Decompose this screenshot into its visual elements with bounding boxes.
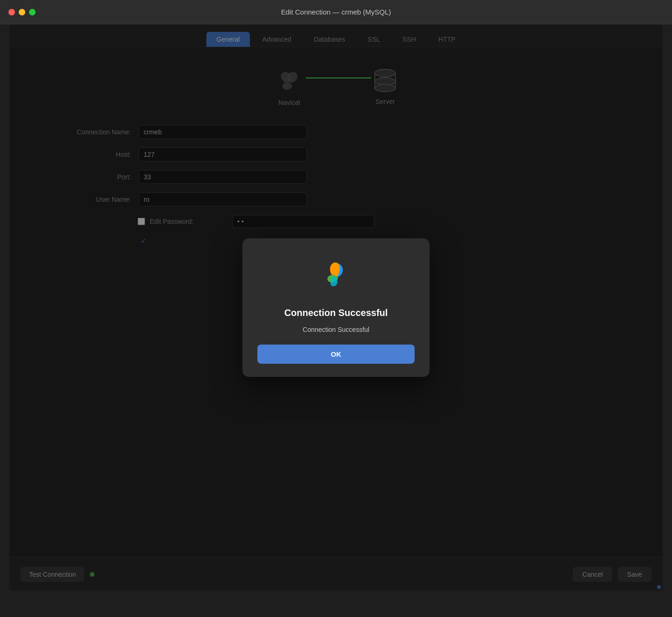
- dialog-ok-button[interactable]: OK: [257, 345, 415, 364]
- modal-overlay: Connection Successful Connection Success…: [9, 24, 663, 591]
- success-dialog: Connection Successful Connection Success…: [242, 238, 430, 377]
- minimize-button[interactable]: [19, 9, 25, 15]
- main-window: General Advanced Databases SSL SSH HTTP: [9, 24, 663, 591]
- window-title: Edit Connection — crmeb (MySQL): [281, 8, 391, 16]
- title-bar: Edit Connection — crmeb (MySQL): [0, 0, 672, 24]
- traffic-lights: [8, 9, 36, 15]
- close-button[interactable]: [8, 9, 15, 15]
- dialog-title: Connection Successful: [284, 308, 387, 318]
- dialog-navicat-logo: [315, 255, 357, 297]
- maximize-button[interactable]: [29, 9, 36, 15]
- dialog-message: Connection Successful: [303, 326, 369, 333]
